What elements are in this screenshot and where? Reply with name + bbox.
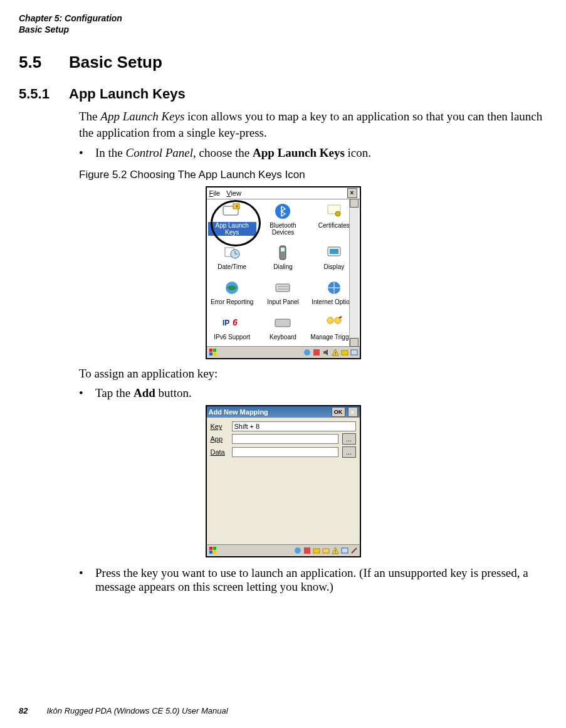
bullet-3: •Press the key you want to use to launch… — [79, 566, 555, 594]
chapter-line1: Chapter 5: Configuration — [19, 13, 547, 24]
bullet-1: •In the Control Panel, choose the App La… — [79, 146, 555, 160]
paragraph-2: To assign an application key: — [79, 366, 555, 382]
svg-rect-40 — [304, 547, 310, 554]
cp-item-dialing[interactable]: Dialing — [258, 241, 308, 276]
svg-text:IP: IP — [223, 319, 229, 327]
dialog-titlebar: Add New Mapping OK × — [207, 406, 360, 418]
svg-rect-29 — [313, 349, 320, 356]
scroll-up-button[interactable] — [350, 199, 359, 208]
cp-item-input-panel[interactable]: Input Panel — [258, 276, 308, 311]
svg-text:6: 6 — [233, 317, 238, 327]
cp-item-error-reporting[interactable]: Error Reporting — [207, 276, 258, 311]
control-panel-window: File View × A App Launch Keys Bluetooth … — [206, 186, 361, 359]
cp-label-error: Error Reporting — [211, 298, 253, 305]
svg-rect-36 — [213, 547, 216, 550]
svg-point-3 — [275, 204, 290, 219]
datetime-icon — [222, 243, 242, 262]
cp-label-input: Input Panel — [267, 298, 299, 305]
svg-text:A: A — [236, 204, 238, 208]
svg-rect-21 — [275, 319, 290, 327]
bullet-dot-3: • — [79, 566, 95, 580]
cp-label-bluetooth: Bluetooth Devices — [259, 222, 307, 236]
page-footer: 82 Ikôn Rugged PDA (Windows CE 5.0) User… — [19, 706, 228, 715]
cp-item-keyboard[interactable]: Keyboard — [258, 311, 308, 346]
b1c: , choose the — [193, 146, 253, 159]
app-input[interactable] — [232, 434, 338, 444]
tray-icon-2[interactable] — [313, 349, 320, 356]
data-input[interactable] — [232, 447, 338, 457]
dialog-tray: ! — [294, 547, 358, 554]
dialog-taskbar: ! — [207, 544, 360, 556]
tray-icon-cards[interactable] — [341, 349, 349, 356]
svg-rect-38 — [213, 551, 216, 554]
chapter-line2: Basic Setup — [19, 24, 547, 35]
svg-marker-30 — [323, 349, 328, 356]
svg-rect-45 — [342, 548, 348, 553]
tray-icon-1[interactable] — [303, 349, 311, 356]
section-5-5-heading: 5.5Basic Setup — [19, 53, 547, 72]
tray-icon-desktop[interactable] — [350, 349, 358, 356]
figure-caption: Figure 5.2 Choosing The App Launch Keys … — [79, 169, 547, 181]
p1-a: The — [79, 110, 100, 123]
control-panel-screenshot: File View × A App Launch Keys Bluetooth … — [19, 186, 547, 359]
section-5-5-1-title: App Launch Keys — [69, 86, 186, 102]
data-browse-button[interactable]: ... — [342, 446, 356, 458]
certificate-icon — [324, 202, 344, 221]
svg-rect-25 — [213, 349, 216, 352]
tray2-icon-1[interactable] — [294, 547, 301, 554]
phone-icon — [273, 243, 293, 262]
cp-label-datetime: Date/Time — [217, 263, 246, 270]
ok-button[interactable]: OK — [332, 407, 345, 417]
svg-rect-27 — [213, 352, 216, 356]
cp-item-bluetooth-devices[interactable]: Bluetooth Devices — [258, 199, 308, 241]
svg-rect-42 — [323, 549, 329, 553]
cp-item-app-launch-keys[interactable]: A App Launch Keys — [207, 199, 258, 241]
footer-title: Ikôn Rugged PDA (Windows CE 5.0) User Ma… — [46, 706, 228, 715]
data-label: Data — [211, 448, 228, 456]
svg-rect-26 — [209, 352, 212, 356]
control-panel-menubar: File View × — [207, 187, 360, 199]
globe-icon — [222, 278, 242, 297]
cp-item-ipv6[interactable]: IP6 IPv6 Support — [207, 311, 258, 346]
start-icon[interactable] — [209, 348, 217, 357]
tray2-icon-folder[interactable] — [322, 547, 330, 554]
cp-item-datetime[interactable]: Date/Time — [207, 241, 258, 276]
b2a: Tap the — [95, 386, 134, 399]
b2c: button. — [155, 386, 192, 399]
display-icon — [324, 243, 344, 262]
tray2-icon-warning[interactable]: ! — [332, 547, 339, 554]
dialog-title: Add New Mapping — [209, 408, 329, 416]
vertical-scrollbar[interactable] — [349, 199, 359, 347]
keyboard-icon — [273, 278, 293, 297]
close-button[interactable]: × — [347, 188, 357, 198]
triggers-icon — [324, 314, 344, 332]
tray-icon-speaker[interactable] — [322, 349, 330, 356]
svg-point-28 — [304, 349, 310, 356]
bluetooth-icon — [273, 202, 293, 221]
dialog-close-button[interactable]: × — [348, 407, 358, 417]
keyboard2-icon — [273, 314, 293, 332]
menu-view[interactable]: View — [226, 189, 241, 197]
keyboard-app-icon: A — [222, 202, 242, 221]
cp-label-certificates: Certificates — [318, 222, 350, 229]
b1b: Control Panel — [126, 146, 194, 159]
svg-rect-34 — [351, 350, 357, 355]
bullet-dot: • — [79, 146, 95, 160]
tray2-icon-sip[interactable] — [341, 547, 349, 554]
tray2-icon-pen[interactable] — [350, 547, 358, 554]
b1a: In the — [95, 146, 126, 159]
scroll-down-button[interactable] — [350, 338, 359, 347]
menu-file[interactable]: File — [209, 189, 221, 197]
control-panel-grid: A App Launch Keys Bluetooth Devices Cert… — [207, 199, 360, 346]
tray-icon-warning[interactable]: ! — [332, 349, 339, 356]
start-icon-2[interactable] — [209, 546, 217, 555]
section-5-5-number: 5.5 — [19, 53, 69, 72]
bullet-2-text: Tap the Add button. — [95, 386, 547, 400]
tray2-icon-2[interactable] — [303, 547, 311, 554]
b1e: icon. — [345, 146, 371, 159]
tray2-icon-cards[interactable] — [313, 547, 320, 554]
svg-text:!: ! — [335, 351, 336, 356]
bullet-dot-2: • — [79, 386, 95, 400]
key-input[interactable] — [232, 421, 356, 431]
app-browse-button[interactable]: ... — [342, 433, 356, 445]
